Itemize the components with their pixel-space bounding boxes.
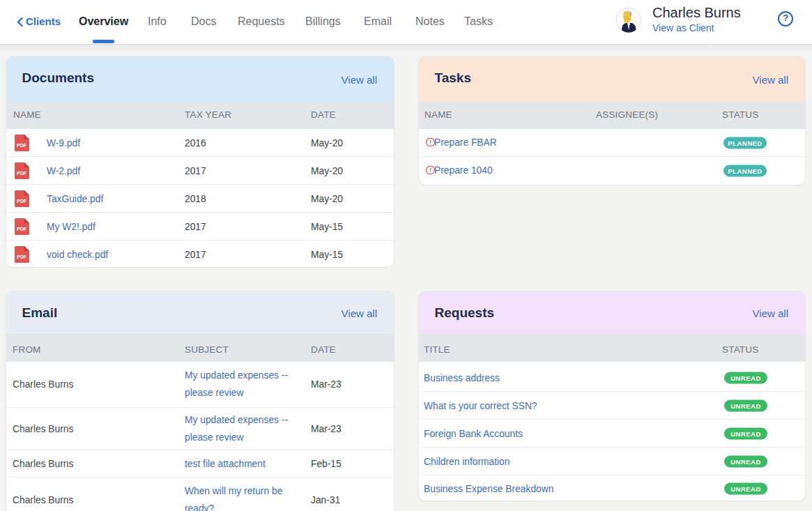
svg-text:PDF: PDF xyxy=(17,142,27,147)
svg-text:PDF: PDF xyxy=(17,198,27,203)
svg-text:PDF: PDF xyxy=(17,170,27,175)
svg-text:PDF: PDF xyxy=(17,254,27,259)
svg-text:PDF: PDF xyxy=(17,226,27,231)
